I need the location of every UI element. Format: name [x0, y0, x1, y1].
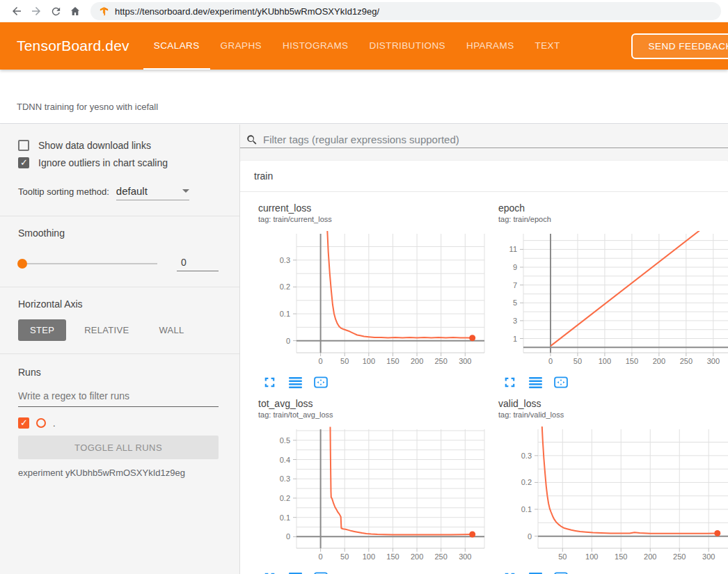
svg-text:50: 50 [340, 552, 349, 561]
browser-toolbar: https://tensorboard.dev/experiment/yKUbh… [0, 0, 728, 22]
toggle-all-runs-button[interactable]: TOGGLE ALL RUNS [18, 436, 219, 459]
fit-domain-icon[interactable] [314, 375, 328, 389]
show-download-links-checkbox[interactable]: Show data download links [18, 140, 219, 151]
svg-text:50: 50 [573, 357, 582, 365]
line-chart[interactable]: 00.10.20.350100150200250300 [498, 426, 728, 564]
filter-tags-input[interactable] [263, 134, 728, 145]
svg-text:7: 7 [513, 281, 517, 289]
train-section-card: train current_loss tag: train/current_lo… [240, 161, 728, 574]
smoothing-slider[interactable] [18, 263, 157, 264]
svg-text:11: 11 [509, 245, 517, 253]
svg-text:0.3: 0.3 [521, 452, 532, 460]
chart-toolbar [498, 375, 728, 389]
svg-text:250: 250 [435, 357, 448, 365]
svg-text:9: 9 [513, 263, 517, 271]
address-bar[interactable]: https://tensorboard.dev/experiment/yKUbh… [90, 2, 721, 20]
svg-text:0: 0 [548, 357, 553, 365]
run-color-swatch [36, 418, 46, 428]
svg-text:0: 0 [286, 337, 290, 345]
runs-filter-input[interactable] [18, 388, 219, 407]
tab-hparams[interactable]: HPARAMS [456, 22, 525, 70]
toggle-y-axis-icon[interactable] [529, 571, 543, 574]
tab-scalars[interactable]: SCALARS [143, 22, 210, 70]
line-chart[interactable]: 00.10.20.3050100150200250300 [258, 231, 488, 368]
fullscreen-icon[interactable] [264, 375, 278, 389]
chart-tag: tag: train/tot_avg_loss [258, 410, 489, 420]
svg-text:0: 0 [528, 532, 532, 541]
line-chart[interactable]: 1357911050100150200250300 [498, 231, 728, 368]
svg-text:100: 100 [363, 357, 375, 365]
smoothing-value[interactable]: 0 [177, 255, 219, 271]
chart-toolbar [498, 571, 728, 574]
axis-option-relative[interactable]: RELATIVE [72, 319, 141, 341]
checkbox-unchecked-icon [18, 140, 29, 151]
chart-plot-area[interactable]: 00.10.20.350100150200250300 [498, 426, 728, 566]
smoothing-label: Smoothing [18, 228, 219, 239]
svg-text:3: 3 [513, 317, 517, 325]
svg-text:0.2: 0.2 [280, 494, 290, 502]
fullscreen-icon[interactable] [264, 571, 278, 574]
chart-title: tot_avg_loss [258, 397, 489, 410]
chevron-down-icon [182, 189, 189, 193]
checkbox-label: Ignore outliers in chart scaling [38, 157, 168, 168]
horizontal-axis-label: Horizontal Axis [18, 298, 219, 310]
tab-text[interactable]: TEXT [525, 22, 571, 70]
send-feedback-button[interactable]: SEND FEEDBACK [631, 33, 728, 59]
fit-domain-icon[interactable] [554, 375, 568, 389]
svg-text:150: 150 [386, 552, 399, 561]
url-text: https://tensorboard.dev/experiment/yKUbh… [115, 6, 379, 17]
fit-domain-icon[interactable] [314, 571, 328, 574]
experiment-id-label: experiment yKUbhb5wRmOSXYkId1z9eg [18, 468, 219, 478]
svg-text:0: 0 [286, 532, 290, 541]
fit-domain-icon[interactable] [554, 571, 568, 574]
home-icon[interactable] [65, 1, 85, 21]
chart-tag: tag: train/current_loss [258, 214, 489, 224]
chart-plot-area[interactable]: 00.10.20.30.40.5050100150200250300 [258, 426, 489, 566]
forward-icon[interactable] [26, 1, 46, 21]
fullscreen-icon[interactable] [504, 571, 518, 574]
chart-toolbar [258, 571, 489, 574]
svg-text:300: 300 [459, 552, 471, 561]
tab-distributions[interactable]: DISTRIBUTIONS [359, 22, 456, 70]
slider-thumb[interactable] [17, 259, 27, 269]
svg-text:200: 200 [411, 357, 423, 365]
run-checkbox[interactable]: ✓ [18, 417, 29, 429]
checkbox-checked-icon: ✓ [18, 157, 29, 168]
tooltip-sorting-select[interactable]: default [116, 185, 189, 200]
app-logo[interactable]: TensorBoard.dev [0, 38, 129, 54]
chart-card-valid-loss: valid_loss tag: train/valid_loss 00.10.2… [489, 397, 728, 574]
svg-text:5: 5 [513, 298, 517, 307]
svg-text:200: 200 [644, 552, 656, 561]
settings-sidebar: Show data download links ✓ Ignore outlie… [0, 125, 240, 574]
fullscreen-icon[interactable] [504, 375, 518, 389]
svg-text:1: 1 [513, 335, 517, 343]
toggle-y-axis-icon[interactable] [289, 571, 303, 574]
tab-histograms[interactable]: HISTOGRAMS [272, 22, 359, 70]
reload-icon[interactable] [46, 1, 65, 21]
axis-option-wall[interactable]: WALL [147, 319, 196, 341]
svg-text:300: 300 [702, 552, 715, 561]
line-chart[interactable]: 00.10.20.30.40.5050100150200250300 [258, 426, 488, 564]
ignore-outliers-checkbox[interactable]: ✓ Ignore outliers in chart scaling [18, 157, 219, 168]
svg-text:200: 200 [411, 552, 423, 561]
search-icon [246, 134, 258, 146]
toggle-y-axis-icon[interactable] [529, 375, 543, 389]
svg-text:0: 0 [319, 552, 323, 561]
axis-option-step[interactable]: STEP [18, 319, 66, 341]
tooltip-sorting-label: Tooltip sorting method: [18, 186, 109, 197]
tab-graphs[interactable]: GRAPHS [210, 22, 272, 70]
svg-text:300: 300 [707, 357, 720, 365]
run-row: ✓ . [18, 417, 219, 429]
chart-plot-area[interactable]: 1357911050100150200250300 [498, 231, 728, 371]
svg-text:0.1: 0.1 [280, 513, 290, 522]
chart-plot-area[interactable]: 00.10.20.3050100150200250300 [258, 231, 489, 371]
section-header-train[interactable]: train [240, 161, 728, 192]
chart-tag: tag: train/valid_loss [498, 410, 728, 420]
svg-text:0.3: 0.3 [280, 256, 290, 264]
svg-text:50: 50 [340, 357, 349, 365]
back-icon[interactable] [7, 1, 26, 21]
toggle-y-axis-icon[interactable] [289, 375, 303, 389]
svg-text:250: 250 [680, 357, 693, 365]
svg-text:300: 300 [459, 357, 471, 365]
experiment-title: TDNN training for yesno with icefall [17, 102, 158, 112]
